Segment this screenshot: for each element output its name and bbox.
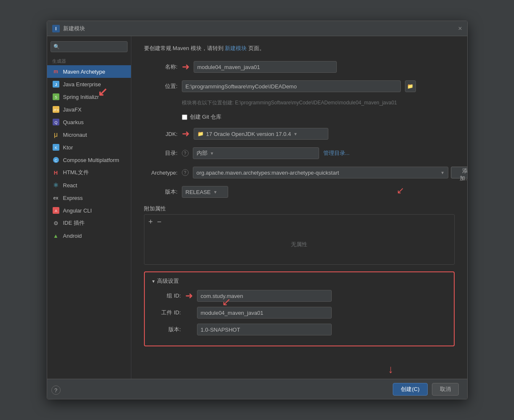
adv-version-input[interactable] — [197, 324, 332, 335]
version-label: 版本: — [144, 188, 178, 196]
generators-label: 生成器 — [47, 56, 131, 65]
jdk-value: 17 Oracle OpenJDK version 17.0.4 — [206, 131, 291, 137]
version-row: 版本: RELEASE ▼ — [144, 186, 455, 198]
sidebar-item-label: Maven Archetype — [63, 69, 105, 75]
jdk-row: JDK: ➜ 📁 17 Oracle OpenJDK version 17.0.… — [144, 128, 455, 140]
sidebar-item-maven-archetype[interactable]: m Maven Archetype — [47, 65, 131, 78]
sidebar-item-quarkus[interactable]: Q Quarkus — [47, 116, 131, 128]
sidebar-item-html[interactable]: H HTML文件 — [47, 166, 131, 179]
extra-props-box: + − 无属性 — [144, 214, 455, 265]
info-row: 要创建常规 Maven 模块，请转到 新建模块 页面。 — [144, 45, 455, 52]
add-archetype-button[interactable]: 添加... — [451, 167, 467, 178]
sidebar-item-javafx[interactable]: JFX JavaFX — [47, 103, 131, 116]
svg-text:S: S — [54, 95, 57, 99]
title-bar: I 新建模块 × — [47, 21, 467, 36]
location-label: 位置: — [144, 82, 178, 90]
sidebar-item-android[interactable]: ▲ Android — [47, 229, 131, 242]
adv-version-label: 版本: — [152, 326, 181, 333]
remove-prop-button[interactable]: − — [156, 218, 162, 226]
extra-props-label: 附加属性 — [144, 205, 455, 213]
search-icon: 🔍 — [53, 44, 60, 50]
java-ent-icon: J — [52, 80, 60, 88]
sidebar-item-ktor[interactable]: K Ktor — [47, 141, 131, 154]
svg-text:I: I — [55, 27, 56, 31]
sidebar-item-label: Micronaut — [63, 132, 87, 138]
app-icon: I — [52, 25, 60, 32]
new-module-dialog: I 新建模块 × 🔍 生成器 m Maven Archetype J Java … — [47, 21, 468, 399]
new-module-link[interactable]: 新建模块 — [225, 45, 247, 51]
sidebar-item-spring[interactable]: S Spring Initializr — [47, 90, 131, 103]
sidebar-item-label: Express — [63, 195, 83, 201]
dir-value: 内部 — [197, 149, 208, 157]
micronaut-icon: μ — [52, 131, 60, 138]
cancel-button[interactable]: 取消 — [432, 383, 459, 396]
svg-text:Q: Q — [54, 120, 57, 125]
collapse-icon[interactable]: ▼ — [152, 279, 156, 284]
archetype-dropdown[interactable]: org.apache.maven.archetypes:maven-archet… — [193, 167, 449, 178]
sidebar-item-label: Spring Initializr — [63, 94, 99, 100]
manage-dir-link[interactable]: 管理目录... — [323, 149, 350, 157]
sidebar-item-label: React — [63, 182, 77, 189]
directory-row: 目录: ? 内部 ▼ 管理目录... — [144, 147, 455, 159]
sidebar-item-angular[interactable]: A Angular CLI — [47, 204, 131, 217]
archetype-label: Archetype: — [144, 170, 178, 176]
jdk-dropdown[interactable]: 📁 17 Oracle OpenJDK version 17.0.4 ▼ — [194, 128, 328, 140]
artifact-id-label: 工件 ID: — [152, 309, 181, 316]
name-label: 名称: — [144, 63, 178, 71]
browse-button[interactable]: 📁 — [405, 80, 416, 92]
search-box[interactable]: 🔍 — [51, 41, 128, 52]
sidebar-item-compose[interactable]: C Compose Multiplatform — [47, 154, 131, 166]
express-icon: ex — [52, 194, 60, 202]
sidebar-item-label: Quarkus — [63, 119, 84, 125]
help-button[interactable]: ? — [51, 385, 61, 395]
git-label: 创建 Git 仓库 — [190, 113, 222, 121]
android-icon: ▲ — [52, 232, 60, 239]
folder-icon: 📁 — [407, 83, 413, 89]
sidebar: 🔍 生成器 m Maven Archetype J Java Enterpris… — [47, 36, 131, 379]
dialog-title: 新建模块 — [63, 25, 85, 32]
main-content: 要创建常规 Maven 模块，请转到 新建模块 页面。 名称: ➜ 位置: 📁 — [131, 36, 467, 379]
chevron-down-icon: ▼ — [213, 190, 217, 194]
props-toolbar: + − — [148, 218, 451, 226]
search-input[interactable] — [61, 44, 125, 50]
ktor-icon: K — [52, 144, 60, 151]
jdk-folder-icon: 📁 — [197, 131, 204, 137]
name-arrow: ➜ — [182, 61, 189, 72]
dialog-footer: 创建(C) 取消 — [47, 379, 467, 399]
dir-help-icon[interactable]: ? — [182, 150, 189, 157]
add-prop-button[interactable]: + — [148, 218, 154, 226]
chevron-down-icon: ▼ — [210, 151, 214, 156]
sidebar-item-label: Android — [63, 233, 82, 239]
quarkus-icon: Q — [52, 118, 60, 126]
version-dropdown[interactable]: RELEASE ▼ — [182, 186, 228, 198]
spring-icon: S — [52, 93, 60, 101]
svg-text:J: J — [55, 82, 57, 87]
close-button[interactable]: × — [458, 25, 462, 32]
sidebar-item-react[interactable]: ⚛ React — [47, 179, 131, 191]
sidebar-item-java-enterprise[interactable]: J Java Enterprise — [47, 78, 131, 90]
dialog-body: 🔍 生成器 m Maven Archetype J Java Enterpris… — [47, 36, 467, 379]
location-input[interactable] — [182, 80, 401, 92]
name-input[interactable] — [194, 61, 337, 73]
extra-props-section: 附加属性 + − 无属性 — [144, 205, 455, 265]
advanced-title: ▼ 高级设置 — [152, 277, 447, 285]
archetype-value: org.apache.maven.archetypes:maven-archet… — [197, 170, 339, 176]
sidebar-item-micronaut[interactable]: μ Micronaut — [47, 128, 131, 141]
svg-text:JFX: JFX — [53, 108, 59, 112]
git-checkbox[interactable] — [182, 114, 187, 120]
sub-location-text: 模块将在以下位置创建: E:\programmingSoftware\myCod… — [182, 99, 455, 106]
name-row: 名称: ➜ — [144, 61, 455, 73]
sidebar-item-ide-plugin[interactable]: ⚙ IDE 插件 — [47, 217, 131, 229]
dir-label: 目录: — [144, 149, 178, 157]
sidebar-item-label: Angular CLI — [63, 207, 92, 214]
group-id-input[interactable] — [197, 290, 332, 302]
sidebar-item-express[interactable]: ex Express — [47, 191, 131, 204]
group-id-label: 组 ID: — [152, 292, 181, 300]
artifact-id-row: 工件 ID: — [152, 307, 447, 319]
archetype-help-icon[interactable]: ? — [182, 169, 189, 176]
sidebar-item-label: IDE 插件 — [63, 219, 85, 227]
dir-dropdown[interactable]: 内部 ▼ — [193, 147, 319, 159]
create-button[interactable]: 创建(C) — [393, 383, 427, 396]
artifact-id-input[interactable] — [197, 307, 332, 319]
group-id-arrow: ➜ — [185, 290, 193, 301]
